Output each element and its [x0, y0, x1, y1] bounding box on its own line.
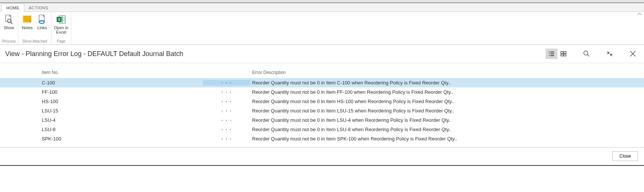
shrink-icon[interactable] — [604, 49, 616, 59]
row-actions-icon[interactable]: · · · — [203, 89, 251, 95]
cell-item-no: LSU-8 — [40, 127, 203, 132]
cell-error-desc: Reorder Quantity must not be 0 in Item L… — [251, 117, 644, 123]
grid-header: Item No. Error Description — [0, 63, 644, 78]
links-label: Links — [37, 25, 47, 30]
svg-line-23 — [587, 55, 589, 56]
page-header: View - Planning Error Log - DEFAULT Defa… — [0, 45, 644, 63]
cell-item-no: HS-100 — [40, 99, 203, 104]
notes-button[interactable]: Notes — [20, 13, 35, 31]
show-label: Show — [4, 25, 14, 30]
group-label-attached: Show Attached — [20, 38, 50, 44]
col-header-desc[interactable]: Error Description — [251, 70, 644, 75]
header-actions — [546, 49, 639, 59]
cell-error-desc: Reorder Quantity must not be 0 in Item H… — [251, 99, 644, 104]
window-titlebar — [0, 0, 644, 3]
ribbon-group-attached: Notes Links Show Attached — [18, 12, 51, 44]
note-icon — [21, 14, 33, 25]
row-actions-icon[interactable]: · · · — [203, 117, 251, 123]
row-actions-icon[interactable]: · · · — [203, 108, 251, 114]
cell-error-desc: Reorder Quantity must not be 0 in Item L… — [251, 108, 644, 114]
cell-error-desc: Reorder Quantity must not be 0 in Item L… — [251, 127, 644, 132]
table-row[interactable]: C-100· · ·Reorder Quantity must not be 0… — [0, 78, 644, 87]
group-label-page: Page — [53, 38, 69, 44]
svg-line-2 — [11, 22, 12, 24]
ribbon-group-process: Show Process — [0, 12, 18, 44]
footer: Close — [0, 147, 644, 165]
link-icon — [36, 14, 48, 25]
cell-error-desc: Reorder Quantity must not be 0 in Item F… — [251, 89, 644, 95]
excel-icon: X — [55, 14, 67, 25]
bottom-border — [0, 165, 644, 166]
table-row[interactable]: HS-100· · ·Reorder Quantity must not be … — [0, 97, 644, 106]
ribbon: Show Process Notes Links Show Attached — [0, 12, 644, 45]
error-grid: Item No. Error Description C-100· · ·Reo… — [0, 63, 644, 143]
show-button[interactable]: Show — [1, 13, 16, 31]
tab-actions[interactable]: ACTIONS — [24, 4, 53, 12]
table-row[interactable]: LSU-8· · ·Reorder Quantity must not be 0… — [0, 125, 644, 134]
ribbon-group-page: X Open in Excel Page — [51, 12, 71, 44]
svg-point-22 — [584, 51, 588, 55]
cell-error-desc: Reorder Quantity must not be 0 in Item S… — [251, 136, 644, 142]
cell-item-no: LSU-4 — [40, 117, 203, 123]
table-row[interactable]: LSU-4· · ·Reorder Quantity must not be 0… — [0, 115, 644, 125]
row-actions-icon[interactable]: · · · — [203, 99, 251, 104]
group-label-process: Process — [1, 38, 16, 44]
table-row[interactable]: FF-100· · ·Reorder Quantity must not be … — [0, 87, 644, 97]
row-actions-icon[interactable]: · · · — [203, 136, 251, 142]
row-actions-icon[interactable]: · · · — [203, 127, 251, 132]
list-view-icon[interactable] — [546, 49, 557, 59]
cell-item-no: C-100 — [40, 80, 203, 86]
svg-point-5 — [39, 21, 44, 24]
col-header-item[interactable]: Item No. — [40, 70, 203, 75]
svg-rect-18 — [561, 52, 563, 53]
cell-item-no: LSU-15 — [40, 108, 203, 114]
cell-item-no: SPK-100 — [40, 136, 203, 142]
tile-view-icon[interactable] — [557, 49, 569, 59]
document-magnify-icon — [3, 14, 15, 25]
search-icon[interactable] — [581, 49, 593, 59]
links-button[interactable]: Links — [35, 13, 50, 31]
open-excel-button[interactable]: X Open in Excel — [53, 13, 69, 35]
svg-text:X: X — [58, 18, 60, 22]
close-button[interactable]: Close — [612, 151, 638, 161]
ribbon-tabs: HOME ACTIONS — [0, 3, 644, 12]
table-row[interactable]: SPK-100· · ·Reorder Quantity must not be… — [0, 134, 644, 143]
svg-rect-21 — [564, 54, 566, 56]
close-icon[interactable] — [627, 49, 639, 59]
tab-home[interactable]: HOME — [1, 4, 24, 12]
svg-rect-19 — [564, 52, 566, 53]
notes-label: Notes — [22, 25, 33, 30]
cell-error-desc: Reorder Quantity must not be 0 in Item C… — [251, 80, 644, 86]
collapse-ribbon-icon[interactable] — [637, 13, 642, 16]
excel-label-1: Open in — [54, 25, 69, 30]
page-title: View - Planning Error Log - DEFAULT Defa… — [5, 50, 546, 58]
excel-label-2: Excel — [56, 30, 66, 34]
table-row[interactable]: LSU-15· · ·Reorder Quantity must not be … — [0, 106, 644, 115]
cell-item-no: FF-100 — [40, 89, 203, 95]
row-actions-icon[interactable]: · · · — [203, 80, 251, 86]
svg-rect-20 — [561, 54, 563, 56]
